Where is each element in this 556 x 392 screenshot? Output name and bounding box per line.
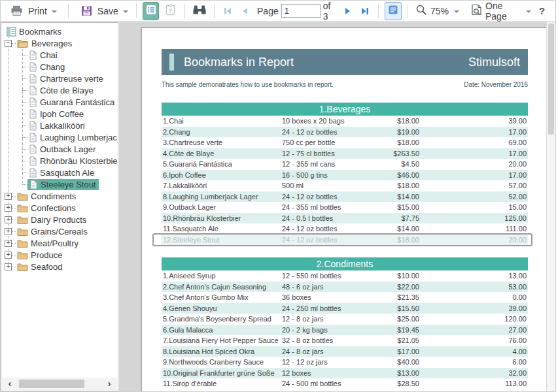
cell-units-in-stock: 4.00	[419, 348, 528, 355]
tree-folder-label: Dairy Products	[31, 215, 86, 225]
expander-icon[interactable]: −	[5, 40, 12, 47]
cell-product-name: 9.Outback Lager	[162, 203, 282, 211]
tree-root-bookmarks[interactable]: Bookmarks	[1, 25, 117, 37]
save-button[interactable]: Save	[77, 4, 131, 18]
cell-units-in-stock: 15.00	[419, 203, 528, 211]
find-button[interactable]	[191, 2, 208, 20]
scrollbar-thumb[interactable]	[548, 24, 554, 135]
document-icon	[29, 74, 37, 84]
expander-icon[interactable]: +	[5, 228, 12, 235]
tree-folder-label: Seafood	[31, 262, 62, 272]
scrollbar-thumb[interactable]	[19, 380, 84, 388]
tree-item-laughing-lumberjack-lager[interactable]: Laughing Lumberjack Lager	[1, 131, 117, 143]
expander-icon[interactable]: +	[5, 193, 12, 200]
preview-vertical-scrollbar[interactable]	[546, 22, 555, 391]
print-button[interactable]: Print	[6, 4, 60, 18]
view-mode-control[interactable]: One Page	[468, 0, 534, 23]
scrollbar-track[interactable]	[18, 378, 101, 390]
last-page-button[interactable]	[359, 4, 371, 18]
table-row: 4.Genen Shouyu24 - 250 ml bottles$15.503…	[162, 303, 528, 314]
tree-folder-seafood[interactable]: +Seafood	[1, 261, 117, 272]
expander-icon[interactable]: +	[5, 216, 12, 223]
table-row: 2.Chang24 - 12 oz bottles$19.0017.00	[162, 127, 528, 138]
chevron-down-icon	[52, 10, 57, 13]
tree-connector	[12, 267, 16, 267]
tree-folder-beverages[interactable]: −Beverages	[1, 37, 117, 49]
cell-unit-price: $18.00	[380, 117, 419, 125]
page-total-label: of 3	[323, 1, 337, 22]
tree-item-sasquatch-ale[interactable]: Sasquatch Ale	[1, 167, 117, 178]
tree-folder-condiments[interactable]: +Condiments	[1, 190, 117, 202]
report-sections: 1.Beverages1.Chai10 boxes x 20 bags$18.0…	[142, 103, 547, 391]
next-page-button[interactable]	[342, 4, 354, 18]
tree-item-label: Côte de Blaye	[40, 86, 94, 95]
tree-folder-grains-cereals[interactable]: +Grains/Cereals	[1, 225, 117, 237]
clipboard-question-icon: ?	[165, 4, 175, 18]
cell-product-name: 8.Louisiana Hot Spiced Okra	[162, 348, 282, 355]
expander-icon[interactable]: +	[5, 240, 12, 247]
first-page-button[interactable]	[222, 4, 234, 18]
cell-product-name: 1.Chai	[162, 117, 282, 125]
tree-item-chai[interactable]: Chai	[1, 49, 117, 61]
cell-quantity-per-unit: 24 - 12 oz bottles	[282, 225, 380, 233]
editor-mode-button[interactable]	[385, 2, 402, 20]
cell-product-name: 2.Chef Anton's Cajun Seasoning	[162, 283, 282, 291]
tree-item-guaran-fant-stica[interactable]: Guaraná Fantástica	[1, 96, 117, 108]
tree-item-ipoh-coffee[interactable]: Ipoh Coffee	[1, 108, 117, 120]
scroll-right-arrow[interactable]: ›	[101, 378, 117, 390]
table-row: 6.Gula Malacca20 - 2 kg bags$19.4527.00	[162, 325, 528, 336]
document-icon	[29, 121, 37, 131]
page-number-input[interactable]	[281, 4, 321, 18]
cell-unit-price: $18.00	[380, 182, 419, 189]
chevron-down-icon	[526, 10, 531, 13]
cell-quantity-per-unit: 12 - 75 cl bottles	[282, 150, 380, 157]
expander-icon[interactable]: +	[5, 204, 12, 212]
tree-item-rh-nbr-u-klosterbier[interactable]: Rhönbräu Klosterbier	[1, 155, 117, 167]
cell-quantity-per-unit: 20 - 2 kg bags	[282, 326, 380, 334]
next-row-partial	[162, 391, 528, 392]
report-description: This sample demonatrates how to use book…	[162, 81, 334, 89]
table-row: 8.Louisiana Hot Spiced Okra24 - 8 oz jar…	[162, 346, 528, 357]
editor-page-icon	[387, 4, 399, 18]
cell-product-name: 7.Louisiana Fiery Hot Pepper Sauce	[162, 336, 282, 344]
tree-item-steeleye-stout[interactable]: Steeleye Stout	[1, 178, 117, 190]
report-preview-area: Bookmarks in Report Stimulsoft This samp…	[119, 22, 555, 391]
document-icon	[29, 144, 37, 154]
cell-quantity-per-unit: 24 - 12 oz bottles	[282, 193, 380, 201]
cell-units-in-stock: 52.00	[419, 193, 528, 201]
cell-unit-price: $14.00	[380, 193, 419, 201]
cell-quantity-per-unit: 12 boxes	[282, 369, 380, 377]
tree-item-c-te-de-blaye[interactable]: Côte de Blaye	[1, 84, 117, 96]
previous-page-button[interactable]	[239, 4, 251, 18]
tree-connector	[22, 114, 27, 114]
tree-item-outback-lager[interactable]: Outback Lager	[1, 143, 117, 155]
tree-folder-meat-poultry[interactable]: +Meat/Poultry	[1, 237, 117, 249]
parameters-button[interactable]: ?	[162, 2, 179, 20]
report-viewer-window: Print Save ? Page of 3	[0, 0, 556, 392]
table-row: 10.Rhönbräu Klosterbier24 - 0.5 l bottle…	[162, 213, 528, 224]
tree-folder-dairy-products[interactable]: +Dairy Products	[1, 214, 117, 225]
tree-item-label: Chartreuse verte	[40, 74, 103, 84]
help-button[interactable]: ?	[534, 5, 550, 16]
expander-icon[interactable]: +	[5, 252, 12, 259]
bookmarks-panel: Bookmarks−BeveragesChaiChangChartreuse v…	[1, 22, 118, 391]
tree-item-chang[interactable]: Chang	[1, 61, 117, 73]
zoom-control[interactable]: 75%	[413, 3, 462, 19]
report-brand: Stimulsoft	[468, 56, 520, 69]
cell-product-name: 5.Guaraná Fantástica	[162, 160, 282, 168]
cell-units-in-stock: 113.00	[419, 380, 528, 387]
bookmarks-panel-toggle[interactable]	[143, 2, 160, 20]
scroll-left-arrow[interactable]: ‹	[2, 378, 18, 390]
document-icon	[29, 50, 37, 60]
tree-folder-confections[interactable]: +Confections	[1, 202, 117, 214]
expander-icon[interactable]: +	[5, 263, 12, 270]
tree-item-chartreuse-verte[interactable]: Chartreuse verte	[1, 73, 117, 84]
cell-quantity-per-unit: 24 - 8 oz jars	[282, 348, 380, 355]
table-row: 9.Northwoods Cranberry Sauce12 - 12 oz j…	[162, 357, 528, 368]
tree-item-lakkalik-ri[interactable]: Lakkalikööri	[1, 120, 117, 131]
tree-folder-produce[interactable]: +Produce	[1, 249, 117, 261]
cell-quantity-per-unit: 12 - 550 ml bottles	[282, 272, 380, 280]
table-row: 7.Louisiana Fiery Hot Pepper Sauce32 - 8…	[162, 335, 528, 346]
cell-units-in-stock: 125.00	[419, 214, 528, 222]
separator	[68, 4, 69, 18]
